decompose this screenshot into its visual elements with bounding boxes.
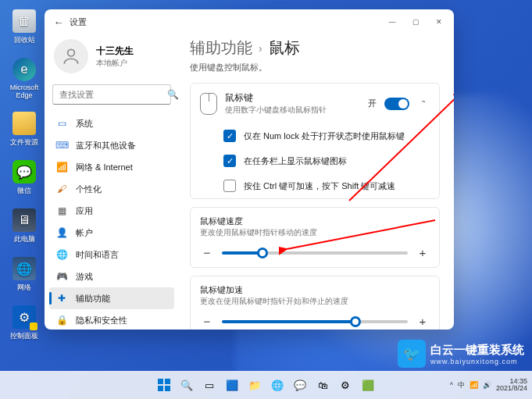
nav-label: 蓝牙和其他设备 [76, 140, 136, 151]
close-button[interactable]: ✕ [427, 12, 451, 31]
desktop-icon[interactable]: 🌐网络 [6, 257, 42, 293]
nav-icon: 🖌 [55, 183, 68, 195]
svg-rect-6 [165, 386, 170, 391]
search-box[interactable]: 🔍 [52, 84, 171, 105]
svg-point-0 [68, 49, 75, 56]
icon-glyph: 🌐 [12, 257, 36, 280]
breadcrumb-parent[interactable]: 辅助功能 [190, 37, 252, 59]
store-icon[interactable]: 🛍 [313, 376, 332, 394]
nav-icon: ✚ [55, 292, 68, 305]
mouse-keys-card: 鼠标键 使用数字小键盘移动鼠标指针 开 ⌃ ✓ 仅在 Num lock 处于打开… [190, 83, 440, 199]
icon-label: 微信 [17, 186, 31, 196]
decrease-button[interactable]: − [200, 315, 214, 328]
start-button[interactable] [155, 376, 173, 394]
sidebar-item[interactable]: 👤帐户 [49, 222, 174, 244]
toggle-label: 开 [368, 98, 377, 109]
search-input[interactable] [59, 90, 167, 99]
avatar [54, 39, 88, 73]
sidebar-item[interactable]: 🔒隐私和安全性 [49, 309, 174, 326]
chevron-up-icon[interactable]: ⌃ [417, 99, 430, 108]
mouse-icon [200, 93, 217, 115]
chevron-up-icon[interactable]: ^ [450, 381, 453, 389]
nav-icon: ▭ [55, 117, 68, 130]
user-name: 十三先生 [96, 45, 134, 58]
sidebar-item[interactable]: ▦应用 [49, 200, 174, 222]
nav-icon: 🌐 [55, 248, 68, 261]
user-block[interactable]: 十三先生 本地帐户 [45, 37, 179, 81]
window-title: 设置 [70, 16, 87, 28]
speed-slider[interactable] [222, 251, 408, 255]
desktop-icon[interactable]: 🗑回收站 [6, 9, 42, 45]
nav-icon: ⌨ [55, 139, 68, 151]
sidebar-item[interactable]: ✚辅助功能 [49, 287, 174, 309]
back-button[interactable]: ← [48, 16, 70, 28]
icon-label: 此电脑 [14, 234, 35, 244]
maximize-button[interactable]: ▢ [404, 12, 427, 31]
icon-label: 控制面板 [10, 331, 38, 341]
minimize-button[interactable]: — [380, 12, 404, 31]
icon-glyph: 🖥 [12, 208, 36, 232]
option-ctrl-shift[interactable]: 按住 Ctrl 键可加速，按下 Shift 键可减速 [191, 173, 439, 198]
checkbox-on-icon[interactable]: ✓ [223, 130, 236, 142]
search-icon[interactable]: 🔍 [177, 376, 196, 394]
settings-icon[interactable]: ⚙ [336, 376, 355, 394]
sidebar-item[interactable]: ▭系统 [49, 112, 174, 134]
nav-label: 网络 & Internet [76, 162, 133, 173]
checkbox-off-icon[interactable] [223, 180, 236, 192]
icon-label: 网络 [17, 283, 31, 293]
mouse-keys-toggle[interactable] [384, 98, 409, 110]
app-icon[interactable]: 🟩 [359, 376, 377, 394]
icon-label: Microsoft Edge [6, 84, 42, 99]
sidebar-item[interactable]: 🎮游戏 [49, 265, 174, 287]
accel-slider[interactable] [222, 320, 408, 323]
sidebar-item[interactable]: 🌐时间和语言 [49, 244, 174, 265]
sidebar-item[interactable]: 📶网络 & Internet [49, 156, 174, 178]
desktop-icon[interactable]: ⚙控制面板 [6, 305, 42, 341]
watermark: 🐦 白云一键重装系统 www.baiyunxitong.com [398, 340, 524, 368]
desktop-icon[interactable]: eMicrosoft Edge [6, 58, 42, 99]
search-icon: 🔍 [167, 89, 179, 100]
nav-icon: 👤 [55, 226, 68, 239]
user-sub: 本地帐户 [96, 58, 134, 69]
card-title: 鼠标键 [225, 91, 360, 105]
increase-button[interactable]: + [416, 246, 430, 259]
nav-label: 帐户 [76, 227, 93, 239]
slider-thumb[interactable] [350, 316, 361, 327]
option-numlock[interactable]: ✓ 仅在 Num lock 处于打开状态时使用鼠标键 [191, 123, 439, 148]
edge-icon[interactable]: 🌐 [268, 376, 287, 394]
card-header[interactable]: 鼠标键 使用数字小键盘移动鼠标指针 开 ⌃ [191, 84, 439, 123]
wifi-icon[interactable]: 📶 [470, 381, 478, 389]
ime-icon[interactable]: 中 [458, 380, 465, 390]
speed-sub: 更改使用鼠标键时指针移动的速度 [200, 227, 430, 238]
settings-window: ← 设置 — ▢ ✕ 十三先生 本地帐户 🔍 [45, 9, 454, 330]
nav-icon: 🔒 [55, 314, 68, 326]
chat-icon[interactable]: 💬 [291, 376, 309, 394]
nav-icon: 📶 [55, 161, 68, 173]
sidebar-item[interactable]: 🖌个性化 [49, 178, 174, 200]
slider-thumb[interactable] [257, 248, 268, 258]
page-subtitle: 使用键盘控制鼠标。 [190, 62, 440, 73]
explorer-icon[interactable]: 📁 [245, 376, 264, 394]
desktop-icon[interactable]: 🖥此电脑 [6, 208, 42, 244]
svg-rect-4 [165, 379, 170, 384]
widgets-icon[interactable]: 🟦 [223, 376, 241, 394]
speed-title: 鼠标键速度 [200, 216, 430, 227]
nav-icon: ▦ [55, 205, 68, 217]
option-taskbar-icon[interactable]: ✓ 在任务栏上显示鼠标键图标 [191, 148, 439, 173]
clock[interactable]: 14:352021/8/24 [496, 378, 527, 393]
nav-label: 时间和语言 [76, 249, 119, 261]
sidebar-item[interactable]: ⌨蓝牙和其他设备 [49, 134, 174, 156]
increase-button[interactable]: + [416, 315, 430, 328]
icon-glyph: 💬 [12, 160, 36, 183]
system-tray[interactable]: ^ 中 📶 🔊 14:352021/8/24 [450, 378, 527, 393]
volume-icon[interactable]: 🔊 [483, 381, 491, 389]
content-area: 辅助功能 › 鼠标 使用键盘控制鼠标。 鼠标键 使用数字小键盘移动鼠标指针 开 [179, 34, 454, 330]
chevron-right-icon: › [259, 42, 262, 55]
decrease-button[interactable]: − [200, 246, 214, 259]
taskview-icon[interactable]: ▭ [200, 376, 219, 394]
checkbox-on-icon[interactable]: ✓ [223, 155, 236, 167]
nav-icon: 🎮 [55, 270, 68, 283]
desktop-icon[interactable]: 文件资源 [6, 112, 42, 148]
desktop-icon[interactable]: 💬微信 [6, 160, 42, 196]
breadcrumb-current: 鼠标 [269, 37, 300, 59]
